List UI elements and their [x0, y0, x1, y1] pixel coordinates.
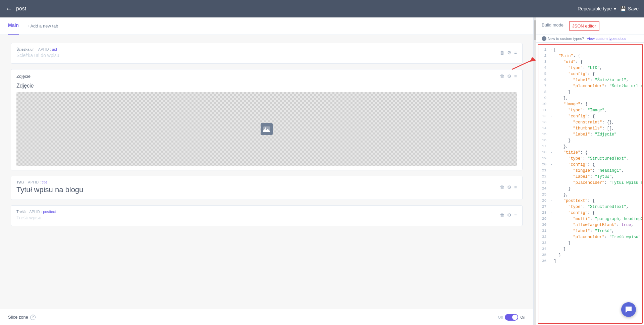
- line-content: "placeholder": "Ścieżka url do wpisu": [554, 84, 642, 89]
- slice-zone-label: Slice zone ?: [8, 315, 36, 320]
- line-number: 18: [538, 150, 549, 154]
- line-number: 28: [538, 211, 549, 215]
- settings-posttext-icon[interactable]: ⚙: [507, 212, 512, 218]
- save-label: Save: [628, 6, 639, 11]
- line-number: 14: [538, 126, 549, 130]
- json-line: 28- "config": {: [538, 210, 642, 216]
- delete-title-icon[interactable]: 🗑: [500, 184, 504, 190]
- line-number: 25: [538, 193, 549, 197]
- line-number: 2: [538, 54, 549, 58]
- tab-main[interactable]: Main: [8, 17, 19, 35]
- add-tab-button[interactable]: + Add a new tab: [27, 23, 58, 29]
- line-number: 6: [538, 78, 549, 82]
- topbar-right: Repeatable type ▾ 💾 Save: [578, 6, 639, 11]
- save-button[interactable]: 💾 Save: [620, 6, 639, 11]
- line-content: "type": "Image",: [554, 108, 642, 113]
- slice-help-icon[interactable]: ?: [30, 315, 36, 320]
- line-number: 16: [538, 138, 549, 142]
- json-line: 16 }: [538, 138, 642, 144]
- drag-posttext-icon[interactable]: ≡: [514, 212, 517, 218]
- back-icon: ←: [5, 5, 12, 13]
- delete-image-icon[interactable]: 🗑: [500, 73, 504, 79]
- tab-build-mode[interactable]: Build mode: [542, 22, 564, 30]
- delete-posttext-icon[interactable]: 🗑: [500, 212, 504, 218]
- line-content: }: [554, 241, 642, 246]
- line-content: "thumbnails": [],: [554, 126, 642, 131]
- line-content: },: [554, 193, 642, 197]
- line-content: "label": "Ścieżka url",: [554, 78, 642, 83]
- line-content: "placeholder": "Treść wpisu": [554, 235, 642, 239]
- panel-scrollbar[interactable]: [534, 17, 536, 325]
- field-image-actions: 🗑 ⚙ ≡: [500, 73, 517, 79]
- line-content: "image": {: [554, 102, 642, 107]
- drag-title-icon[interactable]: ≡: [514, 184, 517, 190]
- line-indicator: -: [549, 48, 554, 52]
- line-number: 4: [538, 66, 549, 70]
- chat-button[interactable]: [621, 302, 636, 317]
- help-link[interactable]: View custom types docs: [587, 37, 626, 41]
- toggle-on-label: On: [520, 315, 525, 319]
- image-placeholder: [16, 92, 517, 166]
- json-line: 21 "single": "heading1",: [538, 168, 642, 174]
- field-image-header: Zdjęcie 🗑 ⚙ ≡: [16, 73, 517, 79]
- settings-image-icon[interactable]: ⚙: [507, 73, 512, 79]
- image-section-label: Zdjęcie: [16, 83, 517, 89]
- line-indicator: -: [549, 60, 554, 64]
- line-content: "config": {: [554, 211, 642, 215]
- json-line: 12- "config": {: [538, 114, 642, 120]
- field-uid-label: Ścieżka url API ID : uid: [16, 47, 59, 51]
- json-line: 8 }: [538, 90, 642, 96]
- field-title-meta: Tytuł API ID : title Tytuł wpisu na blog…: [16, 180, 83, 194]
- json-line: 11 "type": "Image",: [538, 108, 642, 114]
- json-line: 27 "type": "StructuredText",: [538, 204, 642, 210]
- drag-image-icon[interactable]: ≡: [514, 73, 517, 79]
- json-editor[interactable]: 1-[2- "Main": {3- "uid": {4 "type": "UID…: [538, 45, 642, 323]
- slice-toggle-track[interactable]: [505, 314, 518, 321]
- field-posttext-meta: Treść API ID : posttext Treść wpisu: [16, 210, 56, 220]
- field-title-label: Tytuł API ID : title: [16, 180, 83, 184]
- back-button[interactable]: ←: [5, 5, 12, 13]
- line-number: 31: [538, 229, 549, 233]
- line-content: "multi": "paragraph, heading2, heading3"…: [554, 217, 642, 221]
- line-number: 23: [538, 180, 549, 184]
- panel-scroll-thumb: [534, 20, 536, 40]
- line-content: },: [554, 144, 642, 149]
- line-indicator: -: [549, 72, 554, 76]
- json-line: 20- "config": {: [538, 162, 642, 168]
- json-line: 36 ]: [538, 259, 642, 265]
- panel-content: Build mode JSON editor i New to custom t…: [536, 17, 644, 325]
- json-line: 2- "Main": {: [538, 53, 642, 59]
- settings-title-icon[interactable]: ⚙: [507, 184, 512, 190]
- page-title: post: [16, 6, 26, 12]
- line-content: "config": {: [554, 72, 642, 76]
- line-number: 20: [538, 162, 549, 166]
- line-content: }: [554, 186, 642, 191]
- json-line: 31 "label": "Treść",: [538, 228, 642, 234]
- json-line: 22 "label": "Tytuł",: [538, 174, 642, 180]
- field-title-header: Tytuł API ID : title Tytuł wpisu na blog…: [16, 180, 517, 194]
- line-number: 12: [538, 114, 549, 118]
- image-icon: [261, 123, 273, 135]
- delete-uid-icon[interactable]: 🗑: [500, 50, 504, 55]
- dropdown-icon: ▾: [614, 6, 616, 11]
- field-posttext-actions: 🗑 ⚙ ≡: [500, 212, 517, 218]
- line-content: "Main": {: [554, 54, 642, 58]
- settings-uid-icon[interactable]: ⚙: [507, 50, 512, 55]
- json-line: 18- "title": {: [538, 150, 642, 156]
- fields-area: Ścieżka url API ID : uid Ścieżka url do …: [0, 35, 533, 309]
- json-line: 15 "label": "Zdjęcie": [538, 132, 642, 138]
- field-title-value: Tytuł wpisu na blogu: [16, 185, 83, 194]
- line-number: 19: [538, 156, 549, 160]
- line-indicator: -: [549, 211, 554, 215]
- repeatable-type-button[interactable]: Repeatable type ▾: [578, 6, 616, 11]
- field-uid-actions: 🗑 ⚙ ≡: [500, 50, 517, 55]
- repeatable-type-label: Repeatable type: [578, 6, 612, 11]
- line-content: "config": {: [554, 114, 642, 119]
- slice-zone-bar: Slice zone ? Off On: [0, 309, 533, 325]
- tab-json-editor[interactable]: JSON editor: [569, 21, 599, 31]
- drag-uid-icon[interactable]: ≡: [514, 50, 517, 55]
- topbar-left: ← post: [5, 5, 26, 13]
- line-content: "label": "Treść",: [554, 229, 642, 233]
- line-number: 3: [538, 60, 549, 64]
- json-line: 7 "placeholder": "Ścieżka url do wpisu": [538, 84, 642, 90]
